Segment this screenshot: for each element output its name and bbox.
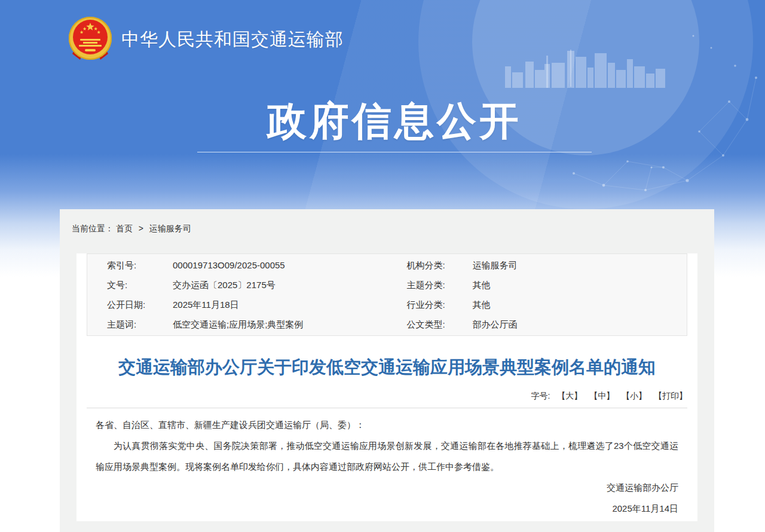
salutation: 各省、自治区、直辖市、新疆生产建设兵团交通运输厅（局、委）： bbox=[96, 414, 678, 435]
meta-row-keywords: 主题词: 低空交通运输;应用场景;典型案例 bbox=[87, 314, 387, 334]
meta-row-topic-category: 主题分类: 其他 bbox=[387, 275, 687, 295]
meta-row-publish-date: 公开日期: 2025年11月18日 bbox=[87, 295, 387, 314]
signature-date: 2025年11月14日 bbox=[96, 498, 678, 519]
meta-row-doc-type: 公文类型: 部办公厅函 bbox=[387, 314, 687, 334]
meta-row-industry-category: 行业分类: 其他 bbox=[387, 295, 687, 314]
document-body: 各省、自治区、直辖市、新疆生产建设兵团交通运输厅（局、委）： 为认真贯彻落实党中… bbox=[96, 414, 678, 519]
breadcrumb-current-link[interactable]: 运输服务司 bbox=[149, 224, 191, 233]
page-header: 中华人民共和国交通运输部 政府信息公开 bbox=[0, 0, 765, 209]
metadata-table: 索引号: 000019713O09/2025-00055 机构分类: 运输服务司… bbox=[87, 253, 687, 336]
banner-title: 政府信息公开 bbox=[60, 94, 729, 148]
national-emblem-icon bbox=[68, 16, 113, 63]
title-separator bbox=[87, 408, 687, 408]
breadcrumb-home-link[interactable]: 首页 bbox=[116, 224, 133, 233]
body-paragraph: 为认真贯彻落实党中央、国务院决策部署，推动低空交通运输应用场景创新发展，交通运输… bbox=[96, 435, 678, 477]
font-size-large-button[interactable]: 【大】 bbox=[557, 391, 582, 400]
breadcrumb: 当前位置： 首页 > 运输服务司 bbox=[60, 209, 714, 246]
document-title: 交通运输部办公厅关于印发低空交通运输应用场景典型案例名单的通知 bbox=[100, 356, 674, 378]
font-size-small-button[interactable]: 【小】 bbox=[622, 391, 647, 400]
font-size-controls: 字号: 【大】 【中】 【小】 【打印】 bbox=[87, 391, 687, 402]
content-panel: 当前位置： 首页 > 运输服务司 索引号: 000019713O09/2025-… bbox=[60, 209, 714, 532]
signature: 交通运输部办公厅 bbox=[96, 477, 678, 498]
site-name: 中华人民共和国交通运输部 bbox=[121, 27, 344, 52]
font-size-medium-button[interactable]: 【中】 bbox=[589, 391, 614, 400]
city-skyline-icon bbox=[505, 50, 666, 88]
meta-row-index-no: 索引号: 000019713O09/2025-00055 bbox=[87, 255, 387, 275]
breadcrumb-label: 当前位置： bbox=[72, 224, 114, 233]
site-logo: 中华人民共和国交通运输部 bbox=[68, 16, 344, 63]
meta-row-doc-no: 文号: 交办运函〔2025〕2175号 bbox=[87, 275, 387, 295]
breadcrumb-separator: > bbox=[139, 224, 143, 233]
meta-row-org-category: 机构分类: 运输服务司 bbox=[387, 255, 687, 275]
font-size-label: 字号: bbox=[531, 391, 550, 400]
banner-underline bbox=[197, 152, 592, 152]
document-panel: 索引号: 000019713O09/2025-00055 机构分类: 运输服务司… bbox=[76, 253, 697, 521]
print-button[interactable]: 【打印】 bbox=[654, 391, 687, 400]
